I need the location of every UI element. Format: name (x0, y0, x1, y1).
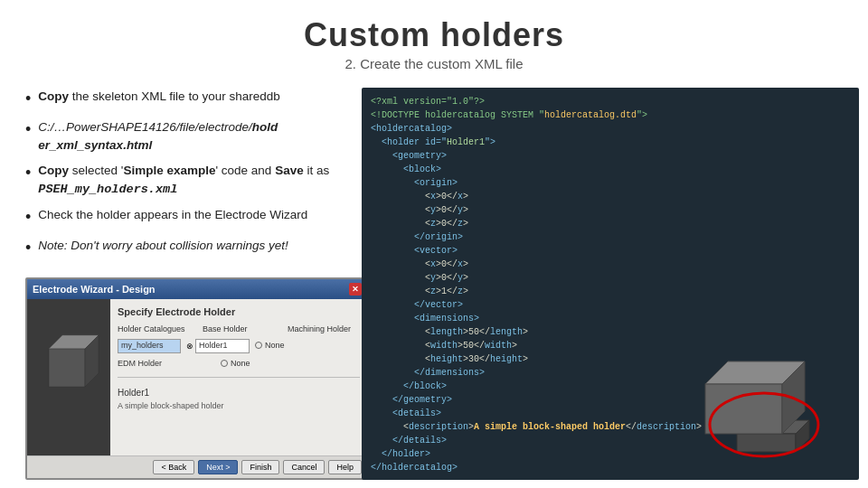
holder-input[interactable]: Holder1 (195, 339, 250, 353)
radio-icon-2 (221, 360, 228, 367)
bullet-text-5: Note: Don't worry about collision warnin… (38, 237, 288, 255)
bullet-item-3: Copy selected 'Simple example' code and … (25, 162, 341, 198)
catalogue-input[interactable]: my_holders (118, 339, 181, 353)
finish-button[interactable]: Finish (241, 460, 279, 474)
xml-line-13: <x>0</x> (371, 258, 850, 271)
xml-line-6: <block> (371, 163, 850, 176)
right-column: <?xml version="1.0"?> <!DOCTYPE holderca… (357, 80, 868, 487)
divider (118, 377, 360, 378)
bullet-item-5: Note: Don't worry about collision warnin… (25, 237, 341, 259)
bullet-item-4: Check the holder appears in the Electrod… (25, 206, 341, 229)
xml-code-block: <?xml version="1.0"?> <!DOCTYPE holderca… (362, 88, 859, 480)
wizard-title: Electrode Wizard - Design (33, 284, 156, 295)
wizard-footer: < Back Next > Finish Cancel Help (27, 455, 367, 478)
bullet-text-2: C:/…PowerSHAPE14126/file/electrode/holde… (38, 118, 278, 154)
wizard-body: Specify Electrode Holder Holder Catalogu… (27, 299, 367, 455)
xml-line-14: <y>0</y> (371, 271, 850, 285)
edm-holder-label: EDM Holder (118, 359, 190, 368)
holder-cat-label: Holder Catalogues (118, 324, 190, 333)
xml-line-7: <origin> (371, 176, 850, 190)
machining-holder-label: Machining Holder (288, 324, 360, 333)
holder-3d-render (683, 307, 850, 471)
bullet-item-2: C:/…PowerSHAPE14126/file/electrode/holde… (25, 118, 341, 154)
holder-result-desc: A simple block-shaped holder (118, 401, 360, 410)
radio-icon-1 (255, 342, 262, 349)
xml-line-9: <y>0</y> (371, 203, 850, 217)
wizard-screenshot: Electrode Wizard - Design ✕ (25, 277, 369, 480)
wizard-right-panel: Specify Electrode Holder Holder Catalogu… (110, 299, 367, 455)
next-button[interactable]: Next > (198, 460, 238, 474)
edm-holder-row: EDM Holder None (118, 359, 360, 369)
bullet-text-4: Check the holder appears in the Electrod… (38, 206, 307, 224)
xml-line-8: <x>0</x> (371, 190, 850, 203)
base-holder-label: Base Holder (203, 324, 275, 333)
wizard-section-title: Specify Electrode Holder (118, 306, 360, 317)
bullet-item-1: Copy the skeleton XML file to your share… (25, 88, 341, 110)
xml-line-12: <vector> (371, 244, 850, 258)
xml-line-10: <z>0</z> (371, 217, 850, 230)
bullet-text-1: Copy the skeleton XML file to your share… (38, 88, 279, 106)
xml-line-3: <holdercatalog> (371, 122, 850, 136)
none-radio-2[interactable]: None (221, 359, 250, 368)
svg-rect-4 (737, 434, 796, 452)
xml-line-2: <!DOCTYPE holdercatalog SYSTEM "holderca… (371, 108, 850, 122)
none-radio-1[interactable]: None (255, 341, 285, 350)
bullet-list: Copy the skeleton XML file to your share… (25, 88, 341, 268)
subtitle: 2. Create the custom XML file (0, 56, 868, 71)
holder-preview-3d (35, 326, 103, 389)
none-label-2: None (231, 359, 250, 368)
wizard-left-panel (27, 299, 110, 455)
xml-line-1: <?xml version="1.0"?> (371, 95, 850, 108)
wizard-holder-cat-row: Holder Catalogues Base Holder Machining … (118, 324, 360, 333)
xml-line-15: <z>1</z> (371, 285, 850, 298)
bullet-text-3: Copy selected 'Simple example' code and … (38, 162, 341, 198)
svg-rect-1 (49, 349, 85, 387)
xml-line-5: <geometry> (371, 149, 850, 163)
page-title: Custom holders (0, 0, 868, 54)
xml-line-4: <holder id="Holder1"> (371, 136, 850, 149)
back-button[interactable]: < Back (153, 460, 194, 474)
left-column: Copy the skeleton XML file to your share… (0, 80, 357, 487)
none-label-1: None (265, 341, 285, 350)
holder-result-label: Holder1 (118, 388, 360, 398)
cancel-button[interactable]: Cancel (283, 460, 325, 474)
wizard-titlebar: Electrode Wizard - Design ✕ (27, 279, 367, 299)
wizard-inputs-row: my_holders ⊗ Holder1 None (118, 339, 360, 353)
xml-line-11: </origin> (371, 230, 850, 244)
